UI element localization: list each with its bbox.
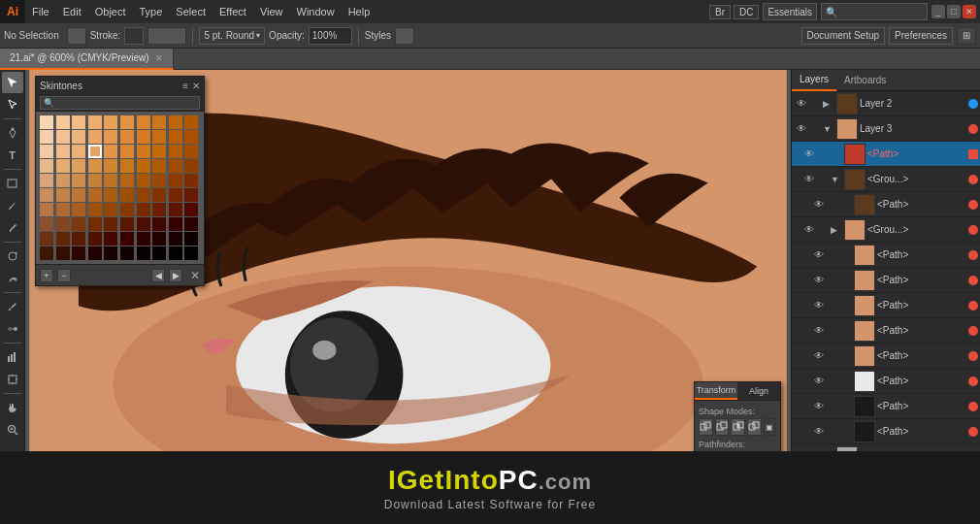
color-swatch[interactable] <box>56 232 70 246</box>
color-swatch[interactable] <box>169 203 182 216</box>
layer-visibility-icon[interactable]: 👁 <box>811 376 827 386</box>
color-swatch[interactable] <box>104 246 117 260</box>
menu-window[interactable]: Window <box>290 0 342 23</box>
layer-visibility-icon[interactable]: 👁 <box>811 350 827 361</box>
color-swatch[interactable] <box>120 130 134 144</box>
menu-edit[interactable]: Edit <box>56 0 88 23</box>
delete-swatch-button[interactable]: − <box>57 269 71 282</box>
zoom-tool[interactable] <box>2 419 23 441</box>
color-swatch[interactable] <box>104 145 117 158</box>
color-swatch[interactable] <box>169 174 182 187</box>
menu-type[interactable]: Type <box>133 0 170 23</box>
color-swatch[interactable] <box>152 203 166 216</box>
color-swatch[interactable] <box>152 232 166 246</box>
color-swatch[interactable] <box>137 115 150 129</box>
next-page-button[interactable]: ▶ <box>169 269 182 282</box>
stroke-swatch[interactable] <box>124 27 144 45</box>
color-swatch[interactable] <box>104 130 117 144</box>
tab-align[interactable]: Align <box>737 382 780 400</box>
menu-file[interactable]: File <box>25 0 56 23</box>
fill-swatch[interactable] <box>67 27 86 45</box>
color-swatch[interactable] <box>72 188 85 202</box>
color-swatch[interactable] <box>184 145 198 158</box>
layer-expand-icon[interactable]: ▶ <box>831 225 842 235</box>
tab-layers[interactable]: Layers <box>792 70 836 91</box>
workspace-selector[interactable]: Essentials <box>763 3 817 20</box>
color-swatch[interactable] <box>56 246 70 260</box>
color-swatch[interactable] <box>120 145 134 158</box>
color-swatch[interactable] <box>152 246 166 260</box>
color-swatch[interactable] <box>169 115 182 129</box>
color-swatch[interactable] <box>40 174 53 187</box>
menu-effect[interactable]: Effect <box>212 0 253 23</box>
color-swatch[interactable] <box>152 130 166 144</box>
color-swatch[interactable] <box>184 174 198 187</box>
eyedropper-tool[interactable] <box>2 296 23 317</box>
color-swatch[interactable] <box>72 145 85 158</box>
hand-tool[interactable] <box>2 397 23 418</box>
blend-tool[interactable] <box>2 318 23 340</box>
layer-row[interactable]: 👁 <Path> <box>792 268 980 293</box>
layer-row[interactable]: 👁 <Path> <box>792 419 980 444</box>
color-swatch[interactable] <box>137 246 150 260</box>
skintones-options-icon[interactable]: ≡ <box>182 81 188 91</box>
color-swatch[interactable] <box>184 203 198 216</box>
color-swatch[interactable] <box>88 232 102 246</box>
layer-row[interactable]: 👁 <Path> <box>792 142 980 167</box>
expand-shape-button[interactable]: ▣ <box>764 418 776 436</box>
color-swatch[interactable] <box>104 115 117 129</box>
color-swatch[interactable] <box>184 130 198 144</box>
color-swatch[interactable] <box>120 174 134 187</box>
color-swatch[interactable] <box>120 115 134 129</box>
color-swatch[interactable] <box>120 246 134 260</box>
layer-row[interactable]: 👁 ▶ <Grou...> <box>792 217 980 243</box>
layer-visibility-icon[interactable]: 👁 <box>811 300 827 311</box>
layer-expand-icon[interactable]: ▶ <box>823 99 834 109</box>
warp-tool[interactable] <box>2 268 23 289</box>
color-swatch[interactable] <box>152 115 166 129</box>
color-swatch[interactable] <box>184 217 198 231</box>
color-swatch[interactable] <box>169 145 182 158</box>
color-swatch[interactable] <box>169 217 182 231</box>
layer-row[interactable]: 👁 <Path> <box>792 344 980 369</box>
menu-view[interactable]: View <box>253 0 290 23</box>
color-swatch[interactable] <box>40 145 53 158</box>
document-setup-button[interactable]: Document Setup <box>801 27 886 45</box>
search-bar[interactable]: 🔍 <box>821 3 928 20</box>
color-swatch[interactable] <box>72 232 85 246</box>
add-swatch-button[interactable]: + <box>40 269 53 282</box>
layer-row[interactable]: 👁 ▼ <Grou...> <box>792 167 980 192</box>
color-swatch[interactable] <box>120 232 134 246</box>
shape-exclude-btn[interactable] <box>747 418 762 436</box>
color-swatch[interactable] <box>152 217 166 231</box>
tab-artboards[interactable]: Artboards <box>836 70 894 91</box>
menu-object[interactable]: Object <box>88 0 133 23</box>
color-swatch[interactable] <box>152 174 166 187</box>
color-swatch[interactable] <box>120 217 134 231</box>
color-swatch[interactable] <box>88 203 102 216</box>
color-swatch[interactable] <box>88 130 102 144</box>
arrange-icon[interactable]: ⊞ <box>957 27 976 45</box>
color-swatch[interactable] <box>169 188 182 202</box>
styles-swatch[interactable] <box>395 27 414 45</box>
color-swatch[interactable] <box>40 188 53 202</box>
color-swatch[interactable] <box>88 159 102 173</box>
color-swatch[interactable] <box>104 159 117 173</box>
color-swatch[interactable] <box>56 159 70 173</box>
layer-row[interactable]: 👁 <Path> <box>792 369 980 394</box>
type-tool[interactable]: T <box>2 145 23 166</box>
layer-expand-icon[interactable]: ▼ <box>823 124 834 134</box>
color-swatch[interactable] <box>120 159 134 173</box>
color-swatch[interactable] <box>137 130 150 144</box>
color-swatch[interactable] <box>184 246 198 260</box>
color-swatch[interactable] <box>88 217 102 231</box>
color-swatch[interactable] <box>169 130 182 144</box>
color-swatch[interactable] <box>137 174 150 187</box>
color-swatch[interactable] <box>72 174 85 187</box>
maximize-button[interactable]: □ <box>947 5 961 18</box>
color-swatch[interactable] <box>184 232 198 246</box>
paintbrush-tool[interactable] <box>2 195 23 216</box>
color-swatch[interactable] <box>152 188 166 202</box>
color-swatch[interactable] <box>104 232 117 246</box>
device-central-button[interactable]: DC <box>734 5 759 19</box>
